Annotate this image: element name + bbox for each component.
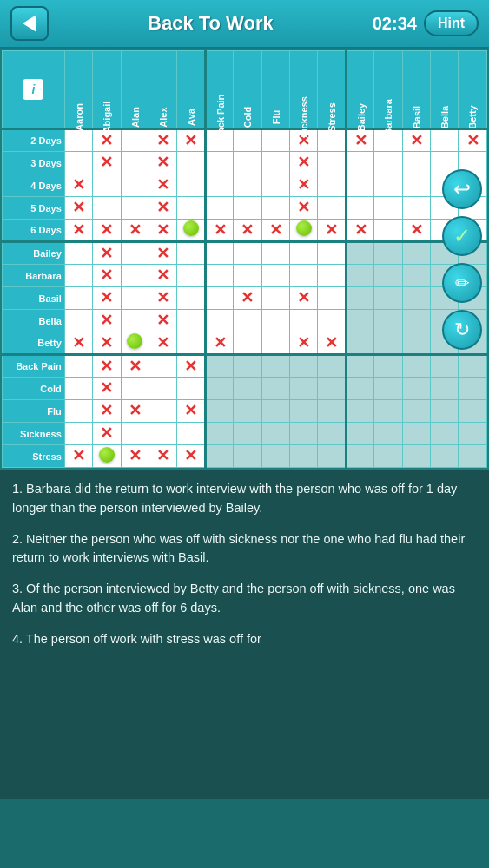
cell-10-11[interactable] [374, 355, 402, 378]
cell-13-2[interactable] [121, 423, 149, 445]
cell-7-9[interactable] [318, 287, 346, 310]
check-button[interactable]: ✓ [442, 216, 482, 256]
cell-9-10[interactable] [346, 332, 373, 355]
cell-11-8[interactable] [290, 378, 318, 400]
edit-button[interactable]: ✏ [442, 263, 482, 303]
cell-11-2[interactable] [121, 378, 149, 400]
cell-9-11[interactable] [374, 332, 402, 355]
cell-9-9[interactable]: ✕ [318, 332, 346, 355]
cell-2-11[interactable] [374, 174, 402, 197]
cell-1-9[interactable] [318, 152, 346, 174]
cell-6-11[interactable] [374, 265, 402, 287]
cell-3-11[interactable] [374, 197, 402, 220]
cell-14-6[interactable] [234, 445, 261, 468]
cell-14-7[interactable] [261, 445, 289, 468]
cell-12-12[interactable] [402, 400, 430, 423]
cell-5-3[interactable]: ✕ [149, 242, 176, 265]
cell-8-6[interactable] [234, 310, 261, 332]
cell-11-3[interactable] [149, 378, 176, 400]
cell-10-0[interactable] [64, 355, 92, 378]
cell-14-8[interactable] [290, 445, 318, 468]
undo-button[interactable]: ↩ [442, 169, 482, 209]
cell-4-9[interactable]: ✕ [318, 220, 346, 242]
cell-3-10[interactable] [346, 197, 373, 220]
cell-2-6[interactable] [234, 174, 261, 197]
cell-13-12[interactable] [402, 423, 430, 445]
cell-10-8[interactable] [290, 355, 318, 378]
cell-1-0[interactable] [64, 152, 92, 174]
cell-1-11[interactable] [374, 152, 402, 174]
cell-7-1[interactable]: ✕ [93, 287, 121, 310]
cell-12-7[interactable] [261, 400, 289, 423]
cell-3-4[interactable] [177, 197, 205, 220]
cell-13-1[interactable]: ✕ [93, 423, 121, 445]
cell-12-9[interactable] [318, 400, 346, 423]
cell-10-12[interactable] [402, 355, 430, 378]
cell-14-0[interactable]: ✕ [64, 445, 92, 468]
cell-5-1[interactable]: ✕ [93, 242, 121, 265]
cell-3-12[interactable] [402, 197, 430, 220]
cell-2-9[interactable] [318, 174, 346, 197]
cell-14-9[interactable] [318, 445, 346, 468]
cell-8-7[interactable] [261, 310, 289, 332]
cell-10-6[interactable] [234, 355, 261, 378]
cell-14-5[interactable] [205, 445, 233, 468]
cell-11-11[interactable] [374, 378, 402, 400]
cell-4-4[interactable] [177, 220, 205, 242]
cell-12-0[interactable] [64, 400, 92, 423]
cell-13-4[interactable] [177, 423, 205, 445]
cell-14-13[interactable] [431, 445, 459, 468]
cell-8-12[interactable] [402, 310, 430, 332]
cell-13-0[interactable] [64, 423, 92, 445]
cell-14-12[interactable] [402, 445, 430, 468]
cell-6-12[interactable] [402, 265, 430, 287]
cell-11-5[interactable] [205, 378, 233, 400]
cell-9-3[interactable]: ✕ [149, 332, 176, 355]
cell-6-8[interactable] [290, 265, 318, 287]
cell-13-8[interactable] [290, 423, 318, 445]
cell-8-9[interactable] [318, 310, 346, 332]
cell-11-6[interactable] [234, 378, 261, 400]
cell-7-7[interactable] [261, 287, 289, 310]
cell-5-0[interactable] [64, 242, 92, 265]
cell-13-13[interactable] [431, 423, 459, 445]
cell-7-3[interactable]: ✕ [149, 287, 176, 310]
cell-10-5[interactable] [205, 355, 233, 378]
cell-11-13[interactable] [431, 378, 459, 400]
cell-3-1[interactable] [93, 197, 121, 220]
cell-10-4[interactable]: ✕ [177, 355, 205, 378]
cell-11-14[interactable] [459, 378, 487, 400]
cell-9-6[interactable] [234, 332, 261, 355]
cell-8-11[interactable] [374, 310, 402, 332]
cell-6-9[interactable] [318, 265, 346, 287]
cell-2-0[interactable]: ✕ [64, 174, 92, 197]
cell-1-10[interactable] [346, 152, 373, 174]
cell-5-12[interactable] [402, 242, 430, 265]
cell-2-1[interactable] [93, 174, 121, 197]
cell-10-7[interactable] [261, 355, 289, 378]
cell-6-10[interactable] [346, 265, 373, 287]
cell-5-10[interactable] [346, 242, 373, 265]
cell-5-5[interactable] [205, 242, 233, 265]
cell-3-5[interactable] [205, 197, 233, 220]
cell-7-8[interactable]: ✕ [290, 287, 318, 310]
cell-8-8[interactable] [290, 310, 318, 332]
cell-3-9[interactable] [318, 197, 346, 220]
cell-14-11[interactable] [374, 445, 402, 468]
cell-6-2[interactable] [121, 265, 149, 287]
cell-4-12[interactable]: ✕ [402, 220, 430, 242]
cell-4-10[interactable]: ✕ [346, 220, 373, 242]
cell-4-8[interactable] [290, 220, 318, 242]
cell-4-6[interactable]: ✕ [234, 220, 261, 242]
cell-12-14[interactable] [459, 400, 487, 423]
cell-1-8[interactable]: ✕ [290, 152, 318, 174]
cell-14-10[interactable] [346, 445, 373, 468]
cell-1-2[interactable] [121, 152, 149, 174]
cell-1-12[interactable] [402, 152, 430, 174]
cell-8-5[interactable] [205, 310, 233, 332]
cell-6-1[interactable]: ✕ [93, 265, 121, 287]
cell-4-3[interactable]: ✕ [149, 220, 176, 242]
cell-13-6[interactable] [234, 423, 261, 445]
cell-9-8[interactable]: ✕ [290, 332, 318, 355]
cell-9-4[interactable] [177, 332, 205, 355]
